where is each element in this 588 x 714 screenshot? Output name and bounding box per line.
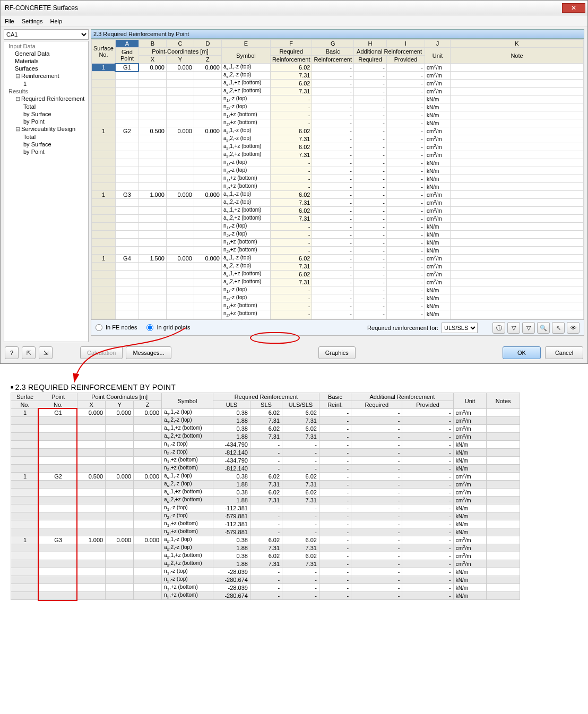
import-icon-button[interactable]: ⇲ (39, 346, 53, 359)
tree-rr-total[interactable]: Total (5, 103, 87, 110)
filter-icon-button[interactable]: ▽ (507, 322, 520, 334)
cancel-button[interactable]: Cancel (545, 346, 583, 359)
close-button[interactable]: ✕ (562, 3, 585, 13)
graphics-button[interactable]: Graphics (318, 346, 356, 359)
case-select[interactable]: CA1 (4, 29, 89, 40)
calculation-button[interactable]: Calculation (80, 346, 123, 359)
tree-reinforcement[interactable]: ⊟Reinforcement (5, 72, 87, 80)
data-grid[interactable]: SurfaceNo. ABCD EFGHI JK GridPoint Point… (91, 39, 584, 320)
help-icon-button[interactable]: ? (5, 346, 19, 359)
tree-results[interactable]: Results (5, 88, 87, 95)
tree-input-data[interactable]: Input Data (5, 42, 87, 50)
section-title: 2.3 Required Reinforcement by Point (91, 29, 584, 39)
menubar: File Settings Help (1, 15, 587, 27)
ok-button[interactable]: OK (503, 346, 541, 359)
sidebar: CA1 Input Data General Data Materials Su… (4, 29, 89, 342)
radio-fe-nodes[interactable]: In FE nodes (96, 324, 137, 332)
req-for-label: Required reinforcement for: (367, 325, 438, 331)
window-title: RF-CONCRETE Surfaces (5, 4, 562, 12)
tree-materials[interactable]: Materials (5, 57, 87, 65)
titlebar: RF-CONCRETE Surfaces ✕ (1, 1, 587, 15)
content-pane: 2.3 Required Reinforcement by Point Surf… (91, 29, 584, 342)
tree-sd-by-point[interactable]: by Point (5, 148, 87, 155)
nav-tree: Input Data General Data Materials Surfac… (4, 41, 89, 342)
main-window: RF-CONCRETE Surfaces ✕ File Settings Hel… (0, 0, 588, 364)
messages-button[interactable]: Messages... (126, 346, 171, 359)
grid-wrap: SurfaceNo. ABCD EFGHI JK GridPoint Point… (91, 39, 584, 320)
report-table: SurfacPoint Point Coordinates [m]Symbol … (11, 393, 520, 600)
export-icon-button[interactable]: ⇱ (22, 346, 36, 359)
req-for-select[interactable]: ULS/SLS (442, 323, 478, 333)
filter2-icon-button[interactable]: ▽ (522, 322, 535, 334)
button-row: ? ⇱ ⇲ Calculation Messages... Graphics O… (1, 342, 587, 363)
options-row: In FE nodes In grid points Required rein… (91, 320, 584, 336)
tree-general-data[interactable]: General Data (5, 50, 87, 57)
tree-sd-by-surface[interactable]: by Surface (5, 141, 87, 148)
tree-required-reinforcement[interactable]: ⊟Required Reinforcement (5, 95, 87, 103)
tree-reinforcement-1[interactable]: 1 (5, 80, 87, 88)
radio-grid-points[interactable]: In grid points (146, 324, 190, 332)
report-section: 2.3 REQUIRED REINFORCEMENT BY POINT Surf… (11, 383, 520, 600)
menu-help[interactable]: Help (50, 18, 62, 24)
tree-rr-by-point[interactable]: by Point (5, 118, 87, 125)
find-icon-button[interactable]: 🔍 (537, 322, 550, 334)
info-icon-button[interactable]: ⓘ (492, 322, 505, 334)
tree-surfaces[interactable]: Surfaces (5, 65, 87, 72)
report-title: 2.3 REQUIRED REINFORCEMENT BY POINT (11, 383, 520, 391)
tree-serviceability-design[interactable]: ⊟Serviceability Design (5, 125, 87, 133)
tree-rr-by-surface[interactable]: by Surface (5, 110, 87, 118)
menu-file[interactable]: File (5, 18, 14, 24)
eye-icon-button[interactable]: 👁 (567, 322, 580, 334)
menu-settings[interactable]: Settings (22, 18, 43, 24)
tree-sd-total[interactable]: Total (5, 133, 87, 141)
select-icon-button[interactable]: ↖ (552, 322, 565, 334)
